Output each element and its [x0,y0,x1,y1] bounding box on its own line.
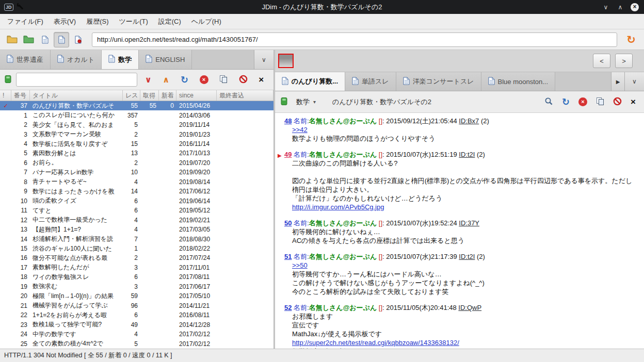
thread-row[interactable]: 9数学にはまったきっかけを教142017/06/12 [0,187,273,196]
thread-row[interactable]: 13【超難問】1+1=?42017/03/05 [0,225,273,234]
thread-row[interactable]: 11てすと62019/05/12 [0,206,273,215]
thread-row[interactable]: 5素因数分解とは132017/10/13 [0,149,273,158]
thread-tab-nonbiri-sansu[interactable]: のんびり算数... [275,72,345,91]
thread-tab-yogaku-concert-sure[interactable]: 洋楽コンサートスレ [396,72,481,91]
board-tab-world-heritage[interactable]: 世界遺産 [0,50,51,69]
thread-row[interactable]: 21機械学習をがんばって学ぶ962014/11/21 [0,301,273,310]
poster-id-link[interactable]: ID:37Y [459,219,479,227]
column-header-res[interactable]: レス [123,90,140,101]
url-link[interactable]: http://i.imgur.com/APvb5Cg.jpg [292,203,384,211]
poster-id-link[interactable]: ID:QwP [458,304,481,311]
poster-id-link[interactable]: ID:t2I [459,151,475,158]
thread-row[interactable]: 24中学の数学です42017/02/12 [0,330,273,339]
thread-row[interactable]: 19数強求む32017/06/17 [0,282,273,291]
thread-row[interactable]: 12中二で数検準一級受かった42019/02/21 [0,215,273,224]
post-header: 52 名前:名無しさん@おーぷん []: 2015/11/05(木)20:41:… [284,303,639,312]
prev-tab-button[interactable]: < [593,54,610,68]
stop-icon[interactable]: × [578,97,587,106]
tab-list-dropdown-button[interactable]: ∨ [254,50,273,69]
thread-row[interactable]: 18ワイの数学勉強スレ62017/08/11 [0,272,273,282]
menu-tools[interactable]: ツール(T) [114,14,153,29]
refresh-icon[interactable]: ↻ [562,97,570,107]
thread-tab-blue-moonstone[interactable]: Blue moonston... [481,72,556,91]
stop-icon[interactable]: × [200,75,208,84]
thread-row[interactable]: 2美少女「ほら見て、私のおま52019/11/14 [0,120,273,129]
menu-settings[interactable]: 設定(C) [153,14,186,29]
anchor-link[interactable]: >>50 [292,261,308,269]
thread-row[interactable]: 20極限「lim[n→1-0](n)」の結果592017/05/10 [0,291,273,301]
menu-file[interactable]: ファイル(F) [2,14,49,29]
thread-row[interactable]: 25全ての素数の積が4π^2で52017/02/12 [0,339,273,348]
column-header-got[interactable]: 取得 [140,90,159,101]
thread-row[interactable]: 7バナー応募スレin数学102019/09/20 [0,168,273,177]
copy-icon[interactable] [596,97,604,107]
board-view-button[interactable] [37,32,53,47]
close-button[interactable]: × [631,3,639,11]
menu-help[interactable]: ヘルプ(H) [186,14,227,29]
search-icon[interactable] [544,97,553,107]
column-header-title[interactable]: タイトル [30,90,123,101]
block-icon[interactable] [613,97,622,107]
thread-row[interactable]: 17素数解明したんだが32017/11/01 [0,263,273,272]
menu-view[interactable]: 表示(V) [49,14,81,29]
thread-row[interactable]: 23数検1級って独学で可能?492014/12/28 [0,320,273,329]
url-link[interactable]: http://super2ch.net/test/read.cgi/kqbbzo… [292,339,459,347]
column-header-since[interactable]: since [176,90,217,101]
image-view-button[interactable] [70,32,86,47]
thread-tab-tango-sure[interactable]: 単語スレ [345,72,396,91]
close-tab-icon[interactable]: × [631,97,636,106]
cell-title: 極限「lim[n→1-0](n)」の結果 [30,291,123,301]
favorites-folder-button[interactable] [4,32,20,47]
thread-row[interactable]: 8青チャートやるぞ~42019/08/14 [0,177,273,187]
search-down-icon[interactable]: ∨ [145,76,152,84]
thread-row[interactable]: 16微分不可能な点が表れる最22017/07/24 [0,253,273,262]
board-search-input[interactable] [16,73,137,87]
minimize-button[interactable]: ∨ [602,4,610,11]
post-number-link[interactable]: 48 [284,117,292,125]
column-header-num[interactable]: 番号 [11,90,30,101]
thread-row[interactable]: 4数学板に活気を取り戻すぞ152016/11/14 [0,139,273,149]
thread-row[interactable]: 1このスレが目についたら何か3572014/03/06 [0,110,273,120]
thread-row[interactable]: 3文系数学でマーカン受験22019/01/23 [0,129,273,139]
url-input[interactable] [92,32,617,47]
post-number-link[interactable]: 52 [284,304,292,311]
board-tab-math[interactable]: 数学 [102,50,139,69]
board-tab-occult[interactable]: オカルト [51,50,102,69]
thread-row[interactable]: 15渋谷のギャル100人に聞いた12018/02/22 [0,244,273,253]
refresh-icon[interactable]: ↻ [181,75,188,85]
column-header-new[interactable]: 新着 [159,90,176,101]
maximize-button[interactable]: ∧ [616,4,624,11]
post-number-link[interactable]: 50 [284,219,292,227]
tab-list-dropdown-button[interactable]: ∨ [624,72,644,91]
board-select[interactable]: 数学 ▾ [293,96,319,108]
cell-number: 22 [11,310,30,320]
block-icon[interactable] [239,75,248,85]
column-header-mark[interactable]: ! [0,90,11,101]
reload-button[interactable]: ↻ [622,32,640,47]
thread-row[interactable]: 221+1=2をお前らが考える暇62016/08/11 [0,310,273,320]
board-tab-english[interactable]: ENGLISH [139,50,192,69]
next-tab-button[interactable]: > [615,54,633,68]
thread-view-button[interactable] [54,32,69,47]
thread-row[interactable]: 6お前ら。22019/07/20 [0,158,273,168]
close-tab-icon[interactable]: × [259,75,264,84]
copy-icon[interactable] [219,75,228,85]
post-line: http://super2ch.net/test/read.cgi/kqbbzo… [292,338,639,347]
image-tab-thumbnail[interactable] [278,54,294,68]
thread-row[interactable]: 14杉浦解析入門・解析演習を読72018/08/30 [0,234,273,243]
post-number-link[interactable]: 49 [284,151,292,158]
menu-history[interactable]: 履歴(S) [81,14,114,29]
cell-res: 6 [123,272,140,282]
cell-number: 23 [11,320,30,329]
tab-scroll-right-button[interactable]: ▶ [611,72,624,91]
search-up-icon[interactable]: ∧ [163,76,169,84]
thread-row[interactable]: 10頭の柔軟クイズ62019/06/14 [0,196,273,206]
anchor-link[interactable]: >>42 [292,126,308,134]
thread-row[interactable]: ✓37のんびり算数・数学パズルそ555502015/04/26 [0,101,273,110]
cell-title: 渋谷のギャル100人に聞いた [30,244,123,253]
poster-id-link[interactable]: ID:t2I [459,253,475,260]
post-number-link[interactable]: 51 [284,253,292,260]
column-header-last_write[interactable]: 最終書込 [217,90,273,101]
board-list-folder-button[interactable] [21,32,36,47]
poster-id-link[interactable]: ID:Bx7 [459,117,479,125]
